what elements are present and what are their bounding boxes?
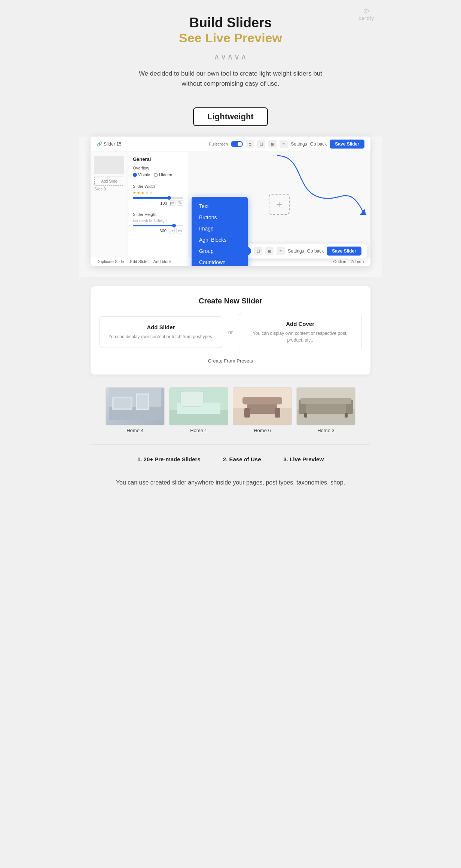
settings-link[interactable]: Settings xyxy=(291,141,307,147)
svg-rect-14 xyxy=(244,408,250,418)
create-from-presets-link[interactable]: Create From Presets xyxy=(208,358,253,364)
gallery-item-home6[interactable]: Home 6 xyxy=(233,387,292,433)
create-presets-wrap: Create From Presets xyxy=(100,357,361,364)
bottom-description: You can use created slider anywhere insi… xyxy=(79,470,382,502)
icon-btn-4[interactable]: ≡ xyxy=(280,140,288,148)
add-block-link[interactable]: Add block xyxy=(153,259,171,264)
editor-topbar: 🔗 Slider 15 Fullscreen ⊙ ☐ ⊞ ≡ Settings … xyxy=(91,137,370,152)
slider-name: 🔗 Slider 15 xyxy=(97,141,121,147)
fullscreen-toggle[interactable] xyxy=(231,141,243,147)
width-slider-track[interactable] xyxy=(133,197,183,199)
visible-label: Visible xyxy=(138,172,150,177)
go-back-link[interactable]: Go back xyxy=(310,141,327,147)
add-cover-title: Add Cover xyxy=(245,321,355,327)
edit-slide-link[interactable]: Edit Slide xyxy=(130,259,147,264)
description-text: We decided to build our own tool to crea… xyxy=(133,68,328,89)
badge-wrap: Lightweight xyxy=(79,107,382,126)
dropdown-item-buttons[interactable]: Buttons xyxy=(192,212,248,223)
gallery-thumb-home1 xyxy=(169,387,228,425)
editor-body: Add Slide Slide 0 General Overflow Visib… xyxy=(91,152,370,257)
add-slider-title: Add Slider xyxy=(106,324,216,330)
height-hint: Set 100vh for fullheight xyxy=(133,219,183,223)
home6-svg xyxy=(233,388,291,425)
gallery-thumb-home3 xyxy=(296,387,355,425)
logo-icon: © xyxy=(358,7,374,15)
logo-text: cartify xyxy=(358,15,374,21)
settings-title: General xyxy=(133,156,183,162)
add-block-button[interactable]: + xyxy=(269,194,290,215)
gallery-label-home1: Home 1 xyxy=(169,428,228,433)
svg-marker-0 xyxy=(360,209,366,215)
radio-empty-hidden xyxy=(154,173,158,177)
add-slider-card[interactable]: Add Slider You can display own content o… xyxy=(100,316,222,348)
ui-screenshot-section: 🔗 Slider 15 Fullscreen ⊙ ☐ ⊞ ≡ Settings … xyxy=(79,137,382,277)
thumb-home4-img xyxy=(106,388,164,425)
or-divider: or xyxy=(228,329,233,335)
svg-rect-24 xyxy=(345,413,348,418)
gallery: Home 4 Home 1 xyxy=(79,383,382,441)
unit-pct[interactable]: % xyxy=(177,200,183,206)
floating-icon-2[interactable]: ⊞ xyxy=(265,247,274,255)
height-unit-vh[interactable]: vh xyxy=(176,228,183,233)
svg-rect-16 xyxy=(242,397,282,404)
title-preview: See Live Preview xyxy=(87,31,374,45)
unit-px[interactable]: px xyxy=(169,200,176,206)
dropdown-item-text[interactable]: Text xyxy=(192,201,248,212)
slide-thumbnail xyxy=(94,156,124,174)
icon-btn-1[interactable]: ⊙ xyxy=(246,140,254,148)
gallery-label-home6: Home 6 xyxy=(233,428,292,433)
gallery-label-home4: Home 4 xyxy=(106,428,165,433)
topbar-right: Fullscreen ⊙ ☐ ⊞ ≡ Settings Go back Save… xyxy=(209,140,364,149)
duplicate-slide-link[interactable]: Duplicate Slide xyxy=(97,259,124,264)
gallery-item-home4[interactable]: Home 4 xyxy=(106,387,165,433)
dropdown-item-countdown[interactable]: Countdown xyxy=(192,257,248,266)
left-panel: Add Slide Slide 0 xyxy=(91,152,128,257)
radio-visible[interactable]: Visible xyxy=(133,172,150,177)
height-slider-track[interactable] xyxy=(133,225,183,226)
gallery-thumb-home6 xyxy=(233,387,292,425)
feature-2: 2. Ease of Use xyxy=(223,456,261,462)
floating-save-button[interactable]: Save Slider xyxy=(327,247,361,256)
thumb-home3-img xyxy=(297,388,355,425)
floating-settings-link[interactable]: Settings xyxy=(288,248,304,254)
zoom-control[interactable]: Zoom ↓ xyxy=(351,259,364,264)
add-slider-desc: You can display own content or fetch fro… xyxy=(106,333,216,340)
home1-svg xyxy=(170,388,228,425)
height-unit-px[interactable]: px xyxy=(168,228,175,233)
svg-rect-10 xyxy=(181,391,203,406)
icon-btn-3[interactable]: ⊞ xyxy=(268,140,277,148)
width-label: Slider Width xyxy=(133,184,183,189)
add-cover-card[interactable]: Add Cover You can display own content or… xyxy=(239,313,361,351)
width-input-row: 100 px % xyxy=(133,200,183,206)
floating-icon-3[interactable]: ≡ xyxy=(277,247,285,255)
width-slider-thumb[interactable] xyxy=(167,196,171,200)
gallery-item-home3[interactable]: Home 3 xyxy=(296,387,355,433)
floating-go-back-link[interactable]: Go back xyxy=(307,248,324,254)
slide-label: Slide 0 xyxy=(94,187,124,191)
svg-rect-15 xyxy=(275,408,280,418)
radio-hidden[interactable]: Hidden xyxy=(154,172,172,177)
thumb-home6-img xyxy=(233,388,291,425)
add-cover-desc: You can display own content or respectiv… xyxy=(245,330,355,343)
divider-1 xyxy=(133,181,183,181)
dropdown-item-group[interactable]: Group xyxy=(192,245,248,257)
dropdown-item-agni-blocks[interactable]: Agni Blocks xyxy=(192,234,248,245)
zigzag-decoration: ∧∨∧∨∧ xyxy=(87,52,374,62)
feature-1: 1. 20+ Pre-made Sliders xyxy=(137,456,201,462)
star-rating-width: ★ ★ ★ ☆ ☆ xyxy=(133,191,183,195)
svg-rect-22 xyxy=(300,398,351,404)
create-cards: Add Slider You can display own content o… xyxy=(100,313,361,351)
svg-rect-4 xyxy=(114,398,131,409)
floating-icon-1[interactable]: ☐ xyxy=(254,247,262,255)
save-slider-button[interactable]: Save Slider xyxy=(330,140,364,149)
bottom-right: Outline Zoom ↓ xyxy=(333,259,364,264)
outline-link[interactable]: Outline xyxy=(333,259,346,264)
height-slider-thumb[interactable] xyxy=(172,224,176,227)
icon-btn-2[interactable]: ☐ xyxy=(257,140,265,148)
gallery-item-home1[interactable]: Home 1 xyxy=(169,387,228,433)
overflow-label: Overflow xyxy=(133,166,183,170)
dropdown-item-image[interactable]: Image xyxy=(192,223,248,234)
add-slide-button[interactable]: Add Slide xyxy=(94,177,124,186)
page-header: © cartify Build Sliders See Live Preview… xyxy=(79,0,382,107)
title-build: Build Sliders xyxy=(87,15,374,31)
